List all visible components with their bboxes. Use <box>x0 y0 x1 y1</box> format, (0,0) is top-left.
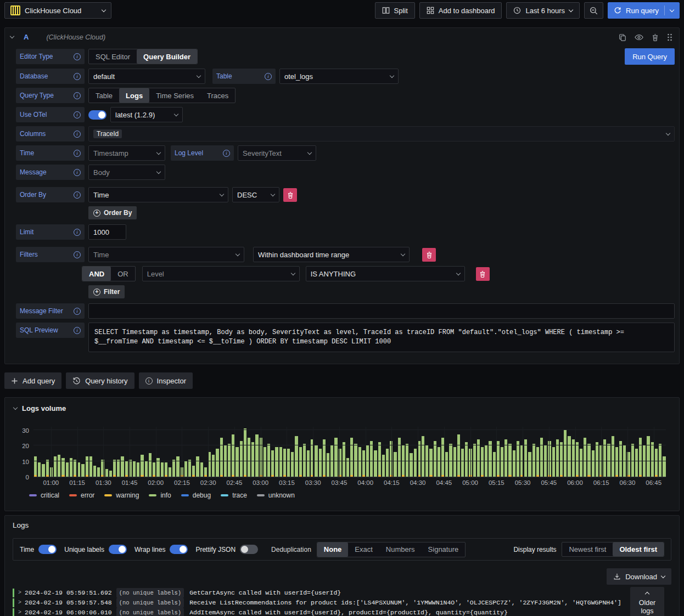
column-chip[interactable]: TraceId <box>93 129 122 138</box>
unique-labels-toggle[interactable] <box>109 545 127 554</box>
filter-operator-select[interactable]: Within dashboard time range <box>253 247 410 262</box>
info-icon[interactable]: i <box>74 169 81 176</box>
log-row[interactable]: >2024-02-19 05:59:57.548(no unique label… <box>13 598 676 608</box>
duplicate-query-icon[interactable] <box>619 33 626 41</box>
limit-input[interactable] <box>88 224 126 240</box>
expand-log-icon[interactable]: > <box>18 598 25 608</box>
remove-filter-button[interactable] <box>476 267 490 281</box>
otel-version-select[interactable]: latest (1.2.9) <box>110 107 183 122</box>
dedup-option-signature[interactable]: Signature <box>422 542 466 557</box>
editor-type-option-query-builder[interactable]: Query Builder <box>137 49 197 64</box>
info-icon[interactable]: i <box>74 53 81 60</box>
table-select[interactable]: otel_logs <box>279 69 399 84</box>
hide-response-eye-icon[interactable] <box>635 33 643 41</box>
time-column-select[interactable]: Timestamp <box>88 145 165 161</box>
logs-volume-legend: criticalerrorwarninginfodebugtraceunknow… <box>29 491 670 499</box>
legend-item-critical[interactable]: critical <box>29 491 59 499</box>
log-level-column-select[interactable]: SeverityText <box>238 145 316 161</box>
columns-multiselect[interactable]: TraceId <box>88 126 675 142</box>
add-query-button[interactable]: Add query <box>4 372 61 389</box>
query-type-option-table[interactable]: Table <box>89 88 119 103</box>
legend-item-debug[interactable]: debug <box>181 491 211 499</box>
dedup-option-exact[interactable]: Exact <box>348 542 379 557</box>
info-icon[interactable]: i <box>74 251 81 258</box>
info-icon[interactable]: i <box>74 229 81 236</box>
query-header[interactable]: A (ClickHouse Cloud) <box>5 28 679 46</box>
info-icon[interactable]: i <box>74 308 81 315</box>
volume-bar <box>536 427 539 477</box>
info-icon[interactable]: i <box>74 131 81 138</box>
conjunction-option-and[interactable]: AND <box>82 267 111 281</box>
log-row[interactable]: >2024-02-19 06:00:06.010(no unique label… <box>13 608 676 616</box>
time-range-picker[interactable]: Last 6 hours <box>506 2 580 19</box>
download-button[interactable]: Download <box>607 568 671 585</box>
filter-operator-select[interactable]: IS ANYTHING <box>306 266 465 281</box>
query-type-option-logs[interactable]: Logs <box>119 88 149 103</box>
conjunction-option-or[interactable]: OR <box>111 267 135 281</box>
info-icon[interactable]: i <box>74 150 81 157</box>
legend-item-info[interactable]: info <box>149 491 171 499</box>
message-filter-input[interactable] <box>88 303 675 319</box>
info-icon[interactable]: i <box>74 191 81 199</box>
split-button[interactable]: Split <box>375 2 415 19</box>
history-icon <box>72 377 81 385</box>
older-logs-button[interactable]: Older logs <box>630 587 664 616</box>
editor-run-query-button[interactable]: Run Query <box>625 48 675 65</box>
add-filter-button[interactable]: + Filter <box>88 285 125 298</box>
collapse-chevron-icon[interactable] <box>10 34 14 38</box>
logs-volume-header[interactable]: Logs volume <box>14 404 670 412</box>
legend-item-error[interactable]: error <box>69 491 94 499</box>
remove-query-trash-icon[interactable] <box>652 33 659 41</box>
order-by-direction-select[interactable]: DESC <box>232 187 279 202</box>
drag-handle-icon[interactable] <box>667 33 672 41</box>
query-type-option-traces[interactable]: Traces <box>200 88 235 103</box>
legend-swatch <box>149 494 156 496</box>
volume-bar <box>374 427 377 477</box>
expand-log-icon[interactable]: > <box>18 608 25 616</box>
info-icon[interactable]: i <box>74 111 81 118</box>
expand-log-icon[interactable]: > <box>18 588 25 598</box>
info-icon[interactable]: i <box>223 150 230 157</box>
dedup-option-numbers[interactable]: Numbers <box>379 542 422 557</box>
field-label-sql-preview: SQL Preview i <box>16 323 85 338</box>
legend-item-warning[interactable]: warning <box>104 491 139 499</box>
remove-order-by-button[interactable] <box>283 188 297 202</box>
display-option-newest-first[interactable]: Newest first <box>562 542 613 556</box>
filter-field-select[interactable]: Time <box>88 247 244 262</box>
collapse-chevron-icon[interactable] <box>13 405 18 410</box>
editor-type-option-sql-editor[interactable]: SQL Editor <box>89 49 137 64</box>
wrap-lines-toggle[interactable] <box>170 545 188 554</box>
display-option-oldest-first[interactable]: Oldest first <box>613 542 664 556</box>
use-otel-toggle[interactable] <box>88 110 106 120</box>
volume-bar <box>255 427 258 477</box>
x-axis-tick-label: 05:00 <box>462 479 478 486</box>
volume-bar <box>236 427 238 477</box>
query-history-button[interactable]: Query history <box>66 372 134 389</box>
filter-field-select[interactable]: Level <box>142 266 300 281</box>
info-icon[interactable]: i <box>74 73 81 80</box>
volume-bar <box>323 427 326 477</box>
zoom-out-button[interactable] <box>584 2 603 19</box>
prettify-json-toggle[interactable] <box>240 545 258 554</box>
remove-filter-button[interactable] <box>422 248 436 262</box>
legend-item-unknown[interactable]: unknown <box>257 491 295 499</box>
info-icon[interactable]: i <box>74 327 81 334</box>
inspector-button[interactable]: i Inspector <box>139 372 193 389</box>
add-to-dashboard-button[interactable]: Add to dashboard <box>419 2 502 19</box>
info-icon[interactable]: i <box>74 92 81 99</box>
database-select[interactable]: default <box>88 69 205 84</box>
message-column-select[interactable]: Body <box>88 165 165 180</box>
log-row[interactable]: >2024-02-19 05:59:51.692(no unique label… <box>13 588 676 598</box>
volume-bar <box>216 427 218 477</box>
order-by-field-select[interactable]: Time <box>88 187 228 202</box>
add-order-by-button[interactable]: + Order By <box>88 206 137 219</box>
volume-bar <box>156 427 159 477</box>
time-toggle[interactable] <box>38 545 57 554</box>
query-type-option-time-series[interactable]: Time Series <box>149 88 200 103</box>
volume-bar <box>117 427 120 477</box>
info-icon[interactable]: i <box>265 73 272 80</box>
datasource-picker[interactable]: ClickHouse Cloud <box>4 2 111 19</box>
dedup-option-none[interactable]: None <box>317 542 349 557</box>
legend-item-trace[interactable]: trace <box>221 491 247 499</box>
run-query-button[interactable]: Run query <box>608 2 680 19</box>
